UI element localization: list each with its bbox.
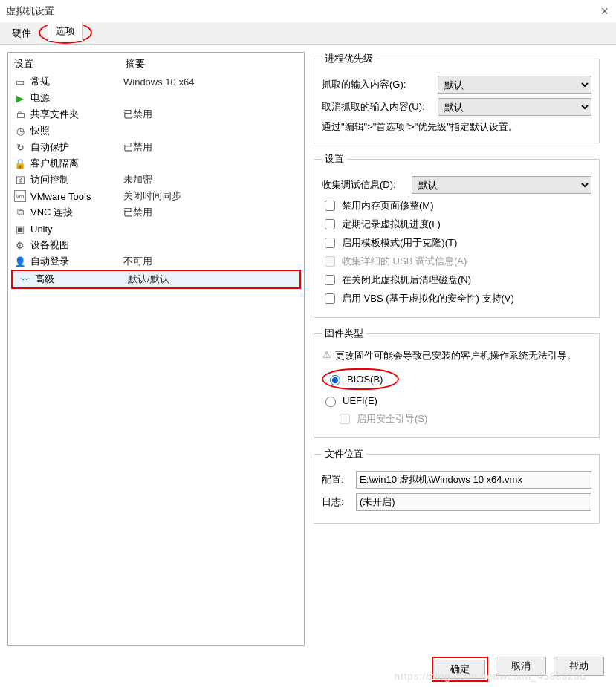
- list-item[interactable]: ◷ 快照: [8, 123, 304, 139]
- list-item[interactable]: ⚙ 设备视图: [8, 237, 304, 253]
- help-button[interactable]: 帮助: [554, 657, 604, 676]
- checkbox-vbs[interactable]: [325, 293, 335, 304]
- folder-icon: 🗀: [14, 108, 26, 120]
- list-item[interactable]: 🗀 共享文件夹 已禁用: [8, 106, 304, 123]
- radio-bios[interactable]: [330, 375, 340, 385]
- list-item[interactable]: ▭ 常规 Windows 10 x64: [8, 74, 304, 90]
- ok-button[interactable]: 确定: [435, 660, 485, 679]
- vmtools-icon: vm: [14, 190, 26, 202]
- list-item[interactable]: ▣ Unity: [8, 221, 304, 237]
- checkbox-log[interactable]: [325, 219, 335, 229]
- advanced-icon: 〰: [19, 273, 30, 285]
- autologin-icon: 👤: [14, 255, 26, 267]
- cancel-button[interactable]: 取消: [496, 657, 546, 676]
- list-item[interactable]: ▶ 电源: [8, 90, 304, 106]
- checkbox-mem[interactable]: [325, 201, 335, 211]
- input-config-path[interactable]: [356, 471, 591, 489]
- autoprotect-icon: ↻: [14, 141, 26, 153]
- power-icon: ▶: [14, 92, 26, 104]
- tab-options[interactable]: 选项: [48, 21, 83, 41]
- firmware-warning: 更改固件可能会导致已安装的客户机操作系统无法引导。: [335, 349, 577, 362]
- priority-hint: 通过"编辑">"首选项">"优先级"指定默认设置。: [322, 120, 591, 134]
- group-fileloc: 文件位置 配置: 日志:: [314, 447, 600, 524]
- group-priority: 进程优先级 抓取的输入内容(G): 默认 取消抓取的输入内容(U): 默认 通过…: [314, 52, 600, 143]
- window-title: 虚拟机设置: [6, 4, 610, 18]
- label-grabbed: 抓取的输入内容(G):: [322, 78, 433, 91]
- select-grabbed[interactable]: 默认: [438, 76, 591, 94]
- label-debug: 收集调试信息(D):: [322, 178, 407, 192]
- tab-hardware[interactable]: 硬件: [4, 23, 39, 44]
- select-ungrabbed[interactable]: 默认: [438, 98, 591, 116]
- group-firmware: 固件类型 ⚠ 更改固件可能会导致已安装的客户机操作系统无法引导。 BIOS(B)…: [314, 327, 600, 438]
- select-debug[interactable]: 默认: [412, 176, 591, 194]
- column-summary: 摘要: [126, 57, 145, 71]
- list-item[interactable]: ↻ 自动保护 已禁用: [8, 139, 304, 155]
- vnc-icon: ⧉: [14, 206, 26, 218]
- group-settings: 设置 收集调试信息(D): 默认 禁用内存页面修整(M) 定期记录虚拟机进度(L…: [314, 152, 600, 318]
- column-setting: 设置: [14, 57, 126, 71]
- isolation-icon: 🔒: [14, 157, 26, 169]
- unity-icon: ▣: [14, 223, 26, 235]
- list-item-advanced[interactable]: 〰 高级 默认/默认: [13, 271, 299, 287]
- appliance-icon: ⚙: [14, 239, 26, 251]
- access-icon: ⚿: [14, 174, 26, 186]
- checkbox-usb: [325, 256, 335, 267]
- label-ungrabbed: 取消抓取的输入内容(U):: [322, 100, 433, 114]
- list-item[interactable]: 🔒 客户机隔离: [8, 155, 304, 172]
- checkbox-secureboot: [340, 414, 350, 424]
- input-log-path[interactable]: [356, 493, 591, 511]
- close-icon[interactable]: ×: [600, 4, 609, 19]
- label-log: 日志:: [322, 495, 351, 509]
- settings-list: 设置 摘要 ▭ 常规 Windows 10 x64 ▶ 电源 🗀 共享文件夹 已…: [7, 52, 305, 646]
- radio-uefi[interactable]: [325, 397, 336, 407]
- warning-icon: ⚠: [322, 349, 332, 360]
- checkbox-clean[interactable]: [325, 275, 335, 285]
- list-item[interactable]: 👤 自动登录 不可用: [8, 253, 304, 270]
- list-item[interactable]: ⧉ VNC 连接 已禁用: [8, 204, 304, 221]
- list-item[interactable]: ⚿ 访问控制 未加密: [8, 172, 304, 188]
- label-config: 配置:: [322, 473, 351, 486]
- list-item[interactable]: vm VMware Tools 关闭时间同步: [8, 188, 304, 204]
- right-pane: 进程优先级 抓取的输入内容(G): 默认 取消抓取的输入内容(U): 默认 通过…: [312, 52, 609, 646]
- tab-bar: 硬件 选项: [0, 22, 616, 45]
- general-icon: ▭: [14, 76, 26, 88]
- snapshot-icon: ◷: [14, 125, 26, 137]
- checkbox-template[interactable]: [325, 238, 335, 248]
